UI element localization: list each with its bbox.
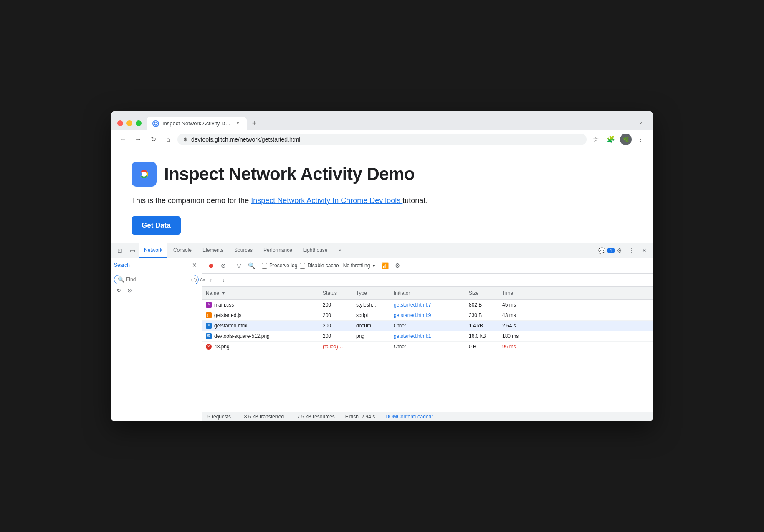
search-close-button[interactable]: ✕ [190,261,199,269]
tabs-area: Inspect Network Activity Dem ✕ + ⌄ [147,116,647,130]
export-har-button[interactable]: ↓ [218,275,228,285]
browser-window: Inspect Network Activity Dem ✕ + ⌄ ← → ↻… [111,111,653,421]
back-button[interactable]: ← [117,134,129,145]
table-row[interactable]: ✕ 48.png (failed)… Other 0 B 96 ms [202,342,653,352]
row-initiator-cell: getstarted.html:7 [390,301,465,309]
toolbar-divider [231,262,231,269]
tab-lighthouse[interactable]: Lighthouse [298,243,333,258]
preserve-log-checkbox[interactable]: Preserve log [262,263,297,269]
reload-button[interactable]: ↻ [147,134,159,145]
network-settings-button[interactable]: ⚙ [392,261,402,271]
throttle-arrow-icon: ▼ [372,263,376,268]
search-cancel-button[interactable]: ⊘ [125,286,134,295]
row-status-cell: 200 [319,332,353,340]
col-status[interactable]: Status [319,289,353,298]
tab-sources[interactable]: Sources [229,243,258,258]
row-time-cell: 180 ms [499,332,532,340]
profile-avatar[interactable]: 🌿 [620,134,632,145]
row-status-cell: 200 [319,301,353,309]
row-status-cell: 200 [319,311,353,319]
disable-cache-label: Disable cache [307,263,339,269]
disable-cache-input[interactable] [300,263,305,269]
network-conditions-button[interactable]: 📶 [380,261,390,271]
close-button[interactable] [117,120,123,126]
address-bar: ← → ↻ ⌂ ⊕ devtools.glitch.me/network/get… [111,130,653,149]
tab-dropdown-button[interactable]: ⌄ [635,116,647,128]
js-file-icon: { } [206,312,212,318]
row-size-cell: 0 B [465,342,499,351]
tab-close-button[interactable]: ✕ [234,120,241,127]
url-security-icon: ⊕ [183,136,188,142]
network-panel: Search ✕ 🔍 (.*) Aa ↻ ⊘ [111,258,653,421]
page-content: Inspect Network Activity Demo This is th… [111,149,653,243]
devtools-settings-button[interactable]: ⚙ [613,245,625,256]
preserve-log-input[interactable] [262,263,267,269]
maximize-button[interactable] [136,120,142,126]
row-status-cell: 200 [319,322,353,330]
chrome-menu-button[interactable]: ⋮ [635,134,647,145]
url-bar[interactable]: ⊕ devtools.glitch.me/network/getstarted.… [177,134,587,145]
table-row[interactable]: ≡ getstarted.html 200 docum… Other 1.4 k… [202,321,653,331]
home-button[interactable]: ⌂ [162,134,174,145]
import-har-button[interactable]: ↑ [206,275,216,285]
throttle-select[interactable]: No throttling ▼ [342,262,378,269]
chrome-logo [132,162,157,187]
row-name-cell: ≡ getstarted.html [202,322,319,330]
status-divider-2 [289,414,289,420]
col-size[interactable]: Size [465,289,499,298]
domcontent-loaded[interactable]: DOMContentLoaded: [385,414,433,420]
devtools-more-button[interactable]: ⋮ [626,245,638,256]
tab-elements[interactable]: Elements [197,243,228,258]
row-size-cell: 802 B [465,301,499,309]
get-data-button[interactable]: Get Data [132,216,181,235]
tab-title: Inspect Network Activity Dem [162,120,231,127]
throttle-label: No throttling [343,263,370,269]
table-row[interactable]: ✎ main.css 200 stylesh… getstarted.html:… [202,300,653,310]
devtools-close-button[interactable]: ✕ [638,245,650,256]
col-initiator[interactable]: Initiator [390,289,465,298]
search-network-button[interactable]: 🔍 [246,261,256,271]
row-initiator-cell: Other [390,342,465,351]
clear-button[interactable]: ⊘ [218,261,228,271]
row-size-cell: 16.0 kB [465,332,499,340]
col-time[interactable]: Time [499,289,532,298]
bookmark-button[interactable]: ☆ [590,134,602,145]
inspect-element-icon[interactable]: ⊡ [114,245,126,256]
tab-favicon [152,120,159,127]
search-magnifier-icon: 🔍 [118,276,124,283]
row-size-cell: 330 B [465,311,499,319]
row-type-cell: script [353,311,390,319]
status-divider-3 [340,414,340,420]
preserve-log-label: Preserve log [269,263,297,269]
forward-button[interactable]: → [132,134,144,145]
devtools-tab-bar: ⊡ ▭ Network Console Elements Sources Per… [111,243,653,258]
filter-button[interactable]: ▽ [234,261,244,271]
search-sidebar: Search ✕ 🔍 (.*) Aa ↻ ⊘ [111,258,202,421]
tab-network[interactable]: Network [139,243,167,258]
requests-count: 5 requests [207,414,231,420]
col-name[interactable]: Name ▼ [202,289,319,298]
tab-performance[interactable]: Performance [258,243,297,258]
active-tab[interactable]: Inspect Network Activity Dem ✕ [147,117,247,130]
row-name-cell: 🖼 devtools-square-512.png [202,332,319,340]
record-button[interactable]: ⏺ [206,261,216,271]
extension-button[interactable]: 🧩 [605,134,617,145]
search-refresh-button[interactable]: ↻ [114,286,123,295]
col-type[interactable]: Type [353,289,390,298]
search-input-row: 🔍 (.*) Aa ↻ ⊘ [111,272,202,298]
tab-console[interactable]: Console [168,243,197,258]
console-messages-icon[interactable]: 💬 1 [601,245,612,256]
search-input[interactable] [126,276,189,282]
new-tab-button[interactable]: + [248,118,260,129]
table-row[interactable]: { } getstarted.js 200 script getstarted.… [202,310,653,321]
device-mode-icon[interactable]: ▭ [126,245,138,256]
svg-point-1 [155,122,157,124]
regex-button[interactable]: (.*) [190,277,197,282]
devtools-link[interactable]: Inspect Network Activity In Chrome DevTo… [251,196,402,205]
disable-cache-checkbox[interactable]: Disable cache [300,263,339,269]
minimize-button[interactable] [126,120,132,126]
page-header: Inspect Network Activity Demo [132,162,632,187]
row-type-cell: png [353,332,390,340]
table-row[interactable]: 🖼 devtools-square-512.png 200 png getsta… [202,331,653,342]
tab-more[interactable]: » [334,243,347,258]
